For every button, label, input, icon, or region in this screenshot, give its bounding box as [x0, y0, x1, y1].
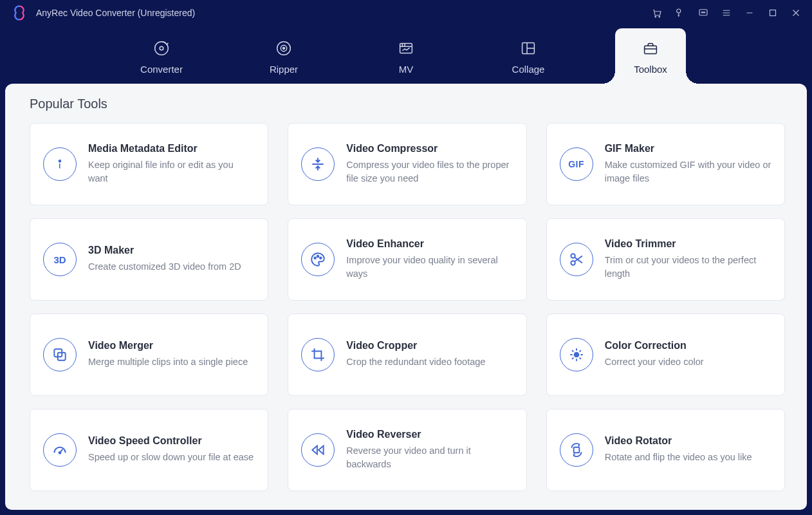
toolbox-icon	[640, 38, 661, 59]
tool-title: Video Reverser	[346, 429, 513, 440]
svg-rect-7	[770, 10, 776, 16]
svg-point-5	[703, 12, 703, 13]
tool-title: Video Cropper	[346, 340, 513, 351]
tool-desc: Speed up or slow down your file at ease	[88, 451, 255, 464]
tab-collage[interactable]: Collage	[493, 28, 564, 84]
tool-desc: Correct your video color	[605, 355, 771, 369]
tool-card-enhancer[interactable]: Video Enhancer Improve your video qualit…	[288, 218, 526, 301]
tab-ripper[interactable]: Ripper	[248, 28, 319, 84]
svg-point-16	[59, 160, 61, 162]
window-controls	[651, 7, 802, 19]
tab-label: Converter	[140, 64, 183, 75]
app-logo-icon	[10, 4, 28, 22]
rotate-icon	[560, 433, 593, 467]
tool-card-trimmer[interactable]: Video Trimmer Trim or cut your videos to…	[546, 218, 785, 301]
tool-title: Color Correction	[605, 340, 771, 351]
tool-card-metadata[interactable]: Media Metadata Editor Keep original file…	[30, 123, 268, 205]
tools-grid: Media Metadata Editor Keep original file…	[30, 123, 785, 491]
app-title: AnyRec Video Converter (Unregistered)	[36, 8, 195, 18]
tool-desc: Create customized 3D video from 2D	[88, 260, 255, 274]
brightness-icon	[560, 338, 593, 371]
tab-label: Ripper	[270, 64, 298, 75]
tool-desc: Reverse your video and turn it backwards	[346, 444, 513, 471]
tool-title: Video Trimmer	[605, 238, 771, 250]
tool-title: Media Metadata Editor	[88, 143, 255, 154]
svg-point-4	[701, 12, 702, 13]
feedback-icon[interactable]	[697, 7, 709, 19]
speedometer-icon	[43, 433, 77, 467]
tool-card-gifmaker[interactable]: GIF GIF Maker Make customized GIF with y…	[546, 123, 785, 205]
rewind-icon	[301, 433, 335, 467]
svg-point-21	[571, 261, 575, 265]
tools-scroll[interactable]: Media Metadata Editor Keep original file…	[30, 123, 800, 503]
tab-mv[interactable]: MV	[371, 28, 441, 84]
svg-point-9	[160, 46, 163, 50]
section-title: Popular Tools	[30, 97, 800, 111]
tool-card-compressor[interactable]: Video Compressor Compress your video fil…	[288, 123, 526, 205]
tool-title: GIF Maker	[605, 143, 771, 154]
merge-icon	[43, 338, 77, 371]
svg-point-25	[59, 452, 61, 454]
tool-card-colorcorr[interactable]: Color Correction Correct your video colo…	[546, 314, 785, 396]
svg-point-12	[283, 47, 285, 49]
content-area: Popular Tools Media Metadata Editor Keep…	[5, 84, 807, 510]
tool-card-merger[interactable]: Video Merger Merge multiple clips into a…	[30, 314, 268, 396]
tool-card-cropper[interactable]: Video Cropper Crop the redundant video f…	[288, 314, 526, 396]
close-button[interactable]	[790, 7, 802, 19]
tool-title: Video Merger	[88, 340, 255, 351]
tool-desc: Improve your video quality in several wa…	[346, 254, 513, 281]
converter-icon	[151, 38, 172, 59]
tool-desc: Merge multiple clips into a single piece	[88, 355, 255, 369]
maximize-button[interactable]	[767, 7, 779, 19]
gif-icon: GIF	[560, 147, 593, 181]
svg-point-2	[677, 9, 681, 13]
tool-desc: Compress your video files to the proper …	[346, 158, 513, 185]
svg-point-24	[573, 352, 579, 358]
tool-card-speed[interactable]: Video Speed Controller Speed up or slow …	[30, 409, 268, 491]
tool-card-rotator[interactable]: Video Rotator Rotate and flip the video …	[546, 409, 785, 491]
tool-desc: Rotate and flip the video as you like	[605, 451, 771, 464]
ripper-icon	[273, 38, 294, 59]
tool-desc: Keep original file info or edit as you w…	[88, 158, 255, 185]
palette-icon	[301, 243, 335, 276]
titlebar: AnyRec Video Converter (Unregistered)	[0, 0, 812, 26]
menu-icon[interactable]	[721, 7, 732, 19]
cart-icon[interactable]	[651, 7, 663, 19]
tab-label: Collage	[512, 64, 545, 75]
svg-point-18	[317, 256, 319, 258]
svg-point-17	[315, 258, 317, 259]
scissors-icon	[560, 243, 593, 276]
tab-toolbox[interactable]: Toolbox	[615, 28, 686, 84]
tool-card-reverser[interactable]: Video Reverser Reverse your video and tu…	[288, 409, 526, 491]
svg-point-19	[320, 258, 322, 259]
tab-label: MV	[399, 64, 414, 75]
tool-title: Video Enhancer	[346, 238, 513, 250]
key-icon[interactable]	[674, 7, 686, 19]
tool-title: Video Rotator	[605, 435, 771, 447]
tool-desc: Trim or cut your videos to the perfect l…	[605, 254, 771, 281]
tool-title: Video Compressor	[346, 143, 513, 154]
crop-icon	[301, 338, 335, 371]
svg-rect-15	[645, 46, 657, 53]
svg-point-6	[705, 12, 705, 13]
app-window: AnyRec Video Converter (Unregistered)	[0, 0, 812, 515]
tab-label: Toolbox	[634, 64, 667, 75]
collage-icon	[518, 38, 539, 59]
main-tabs: Converter Ripper MV Collage Toolbox	[0, 26, 812, 84]
svg-point-0	[655, 16, 656, 17]
mv-icon	[396, 38, 416, 59]
svg-rect-13	[400, 43, 412, 53]
svg-point-20	[571, 254, 575, 258]
compress-icon	[301, 147, 335, 181]
svg-point-1	[659, 16, 660, 17]
3d-icon: 3D	[43, 243, 77, 276]
tool-desc: Make customized GIF with your video or i…	[605, 158, 771, 185]
svg-rect-26	[573, 447, 579, 453]
tool-card-3dmaker[interactable]: 3D 3D Maker Create customized 3D video f…	[30, 218, 268, 301]
tool-desc: Crop the redundant video footage	[346, 355, 513, 369]
tool-title: Video Speed Controller	[88, 435, 255, 447]
tool-title: 3D Maker	[88, 245, 255, 256]
info-icon	[43, 147, 77, 181]
minimize-button[interactable]	[744, 7, 755, 19]
tab-converter[interactable]: Converter	[126, 28, 197, 84]
